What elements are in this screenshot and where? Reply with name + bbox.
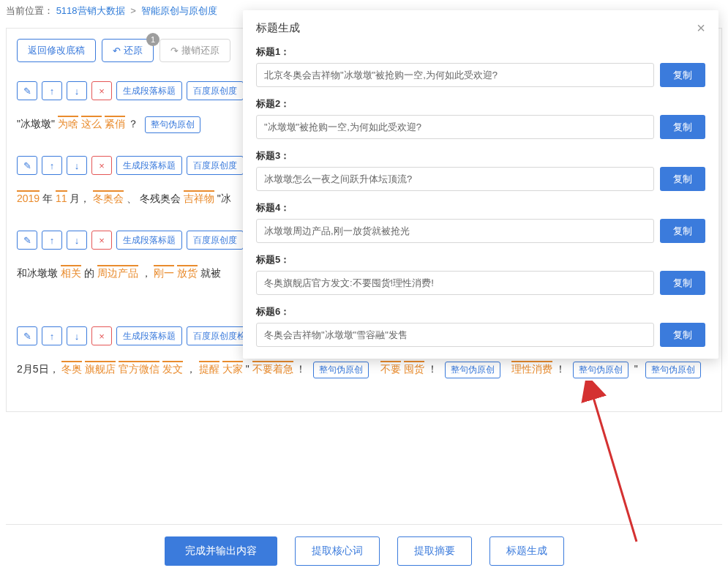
copy-button[interactable]: 复制	[660, 63, 705, 87]
arrow-up-icon[interactable]: ↑	[42, 81, 62, 100]
title-group-1: 标题1：复制	[256, 45, 705, 87]
undo-badge: 1	[146, 33, 160, 46]
bottom-bar: 完成并输出内容 提取核心词 提取摘要 标题生成	[6, 524, 722, 575]
arrow-down-icon[interactable]: ↓	[67, 231, 87, 250]
title-input[interactable]	[256, 167, 654, 191]
baidu-check-button[interactable]: 百度原创度	[187, 231, 244, 250]
gen-title-button[interactable]: 标题生成	[489, 536, 564, 566]
arrow-up-icon[interactable]: ↑	[42, 156, 62, 175]
title-label: 标题2：	[256, 97, 705, 111]
title-input[interactable]	[256, 63, 654, 87]
extract-keywords-button[interactable]: 提取核心词	[295, 536, 380, 566]
title-label: 标题6：	[256, 305, 705, 318]
breadcrumb-prefix: 当前位置：	[6, 5, 53, 16]
sentence-pseudo-button[interactable]: 整句伪原创	[645, 362, 701, 378]
gen-para-title-button[interactable]: 生成段落标题	[116, 81, 182, 100]
breadcrumb-link-2[interactable]: 智能原创与原创度	[141, 5, 217, 16]
copy-button[interactable]: 复制	[660, 167, 705, 191]
arrow-up-icon[interactable]: ↑	[42, 326, 62, 345]
baidu-check-button[interactable]: 百度原创度	[187, 81, 244, 100]
title-label: 标题5：	[256, 253, 705, 266]
close-icon[interactable]: ×	[697, 20, 705, 35]
modal-body: 标题1：复制标题2：复制标题3：复制标题4：复制标题5：复制标题6：复制	[243, 45, 718, 359]
arrow-down-icon[interactable]: ↓	[67, 81, 87, 100]
delete-icon[interactable]: ×	[91, 81, 112, 100]
gen-para-title-button[interactable]: 生成段落标题	[116, 231, 182, 250]
arrow-down-icon[interactable]: ↓	[67, 156, 87, 175]
title-input[interactable]	[256, 115, 654, 139]
title-group-5: 标题5：复制	[256, 253, 705, 295]
arrow-up-icon[interactable]: ↑	[42, 231, 62, 250]
back-draft-label: 返回修改底稿	[28, 44, 85, 57]
para-text-4: 2月5日， 冬奥 旗舰店 官方微信 发文 ， 提醒 大家 " 不要着急 ！ 整句…	[17, 359, 711, 379]
title-group-6: 标题6：复制	[256, 305, 705, 347]
copy-button[interactable]: 复制	[660, 323, 705, 347]
undo-label: 还原	[124, 44, 143, 57]
title-label: 标题3：	[256, 149, 705, 162]
baidu-check-button[interactable]: 百度原创度	[187, 156, 244, 175]
sentence-pseudo-button[interactable]: 整句伪原创	[445, 362, 500, 378]
title-input[interactable]	[256, 323, 654, 347]
modal-header: 标题生成 ×	[243, 10, 718, 42]
breadcrumb-sep: >	[130, 5, 136, 16]
title-input[interactable]	[256, 271, 654, 295]
edit-icon[interactable]: ✎	[17, 156, 37, 175]
delete-icon[interactable]: ×	[91, 326, 112, 345]
title-group-2: 标题2：复制	[256, 97, 705, 139]
sentence-pseudo-button[interactable]: 整句伪原创	[145, 116, 200, 133]
sentence-pseudo-button[interactable]: 整句伪原创	[313, 362, 369, 378]
breadcrumb-link-1[interactable]: 5118营销大数据	[56, 5, 125, 16]
title-gen-modal: 标题生成 × 标题1：复制标题2：复制标题3：复制标题4：复制标题5：复制标题6…	[243, 10, 718, 359]
copy-button[interactable]: 复制	[660, 115, 705, 139]
redo-button[interactable]: ↷ 撤销还原	[160, 39, 230, 62]
delete-icon[interactable]: ×	[91, 156, 112, 175]
title-label: 标题1：	[256, 45, 705, 59]
gen-para-title-button[interactable]: 生成段落标题	[116, 326, 182, 345]
redo-icon: ↷	[170, 45, 179, 56]
edit-icon[interactable]: ✎	[17, 231, 37, 250]
undo-wrap: ↶ 还原 1	[102, 39, 154, 62]
copy-button[interactable]: 复制	[660, 271, 705, 295]
undo-icon: ↶	[113, 45, 121, 56]
title-group-4: 标题4：复制	[256, 201, 705, 243]
edit-icon[interactable]: ✎	[17, 326, 37, 345]
gen-para-title-button[interactable]: 生成段落标题	[116, 156, 182, 175]
extract-summary-button[interactable]: 提取摘要	[397, 536, 472, 566]
arrow-down-icon[interactable]: ↓	[67, 326, 87, 345]
svg-line-0	[593, 395, 637, 542]
back-draft-button[interactable]: 返回修改底稿	[17, 39, 96, 62]
title-group-3: 标题3：复制	[256, 149, 705, 191]
modal-title: 标题生成	[256, 21, 300, 35]
sentence-pseudo-button[interactable]: 整句伪原创	[573, 362, 628, 378]
delete-icon[interactable]: ×	[91, 231, 112, 250]
finish-output-button[interactable]: 完成并输出内容	[165, 536, 277, 566]
edit-icon[interactable]: ✎	[17, 81, 37, 100]
redo-label: 撤销还原	[181, 44, 219, 57]
undo-button[interactable]: ↶ 还原	[102, 39, 154, 62]
title-label: 标题4：	[256, 201, 705, 214]
title-input[interactable]	[256, 219, 654, 243]
copy-button[interactable]: 复制	[660, 219, 705, 243]
